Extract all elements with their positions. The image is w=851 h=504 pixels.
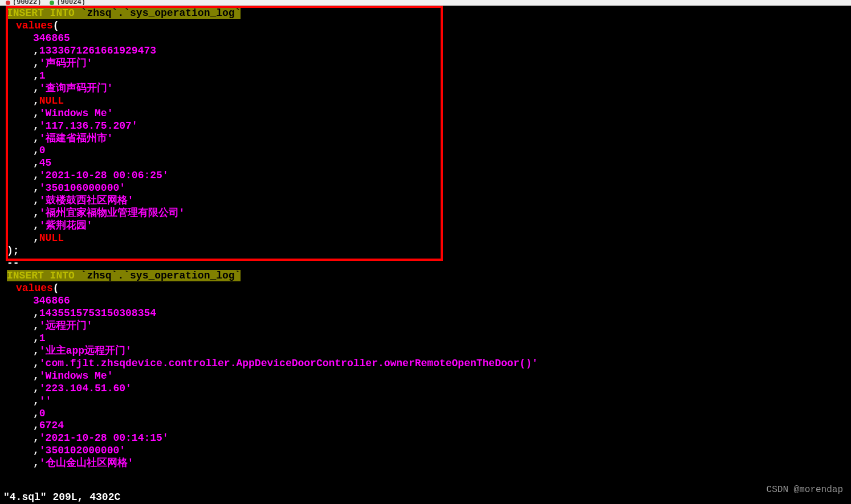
sql-value: ,'223.104.51.60': [7, 383, 851, 395]
sql-value: ,'福建省福州市': [7, 133, 851, 145]
sql-close: );: [7, 245, 851, 257]
sql-value: ,'350102000000': [7, 445, 851, 457]
sql-value: ,1: [7, 333, 851, 345]
table-name: `zhsq`.`sys_operation_log`: [81, 270, 241, 281]
tab-dot-icon: [6, 1, 10, 5]
sql-value: ,1435515753150308354: [7, 308, 851, 320]
vim-status-line: "4.sql" 209L, 4302C: [3, 491, 120, 504]
sql-value: ,'查询声码开门': [7, 83, 851, 95]
sql-value: ,'117.136.75.207': [7, 120, 851, 133]
insert-into-keyword: INSERT INTO: [7, 7, 81, 19]
sql-value: ,NULL: [7, 232, 851, 245]
sql-insert-statement: INSERT INTO `zhsq`.`sys_operation_log`: [7, 270, 851, 282]
sql-value: ,1: [7, 70, 851, 83]
sql-values-keyword: values(: [7, 20, 851, 32]
watermark-text: CSDN @morendap: [767, 485, 843, 496]
sql-value: ,NULL: [7, 95, 851, 108]
sql-value: ,'紫荆花园': [7, 220, 851, 232]
sql-value: ,'远程开门': [7, 320, 851, 333]
tab-bar: (90022) (90024): [0, 0, 851, 6]
sql-values-keyword: values(: [7, 282, 851, 295]
tab-dot-icon: [50, 1, 54, 5]
sql-value: ,0: [7, 408, 851, 420]
sql-value: ,'福州宜家福物业管理有限公司': [7, 207, 851, 220]
insert-into-keyword: INSERT INTO: [7, 270, 81, 281]
terminal-content[interactable]: INSERT INTO `zhsq`.`sys_operation_log` v…: [0, 6, 851, 470]
tab-1-text: (90022): [13, 0, 41, 6]
sql-value: ,45: [7, 157, 851, 170]
sql-value: ,'Windows Me': [7, 108, 851, 120]
tab-2-text: (90024): [56, 0, 85, 6]
sql-value: ,'鼓楼鼓西社区网格': [7, 195, 851, 207]
table-name: `zhsq`.`sys_operation_log`: [81, 7, 241, 19]
sql-value: ,'350106000000': [7, 182, 851, 195]
sql-value: 346865: [7, 32, 851, 45]
tab-1[interactable]: (90022): [6, 0, 41, 6]
sql-value: ,'Windows Me': [7, 370, 851, 383]
sql-value: ,'业主app远程开门': [7, 345, 851, 358]
sql-value: ,'仓山金山社区网格': [7, 457, 851, 470]
sql-value: ,'': [7, 395, 851, 408]
sql-value: ,1333671261661929473: [7, 45, 851, 58]
sql-value: ,'声码开门': [7, 58, 851, 70]
sql-value: ,'com.fjlt.zhsqdevice.controller.AppDevi…: [7, 358, 851, 370]
sql-insert-statement: INSERT INTO `zhsq`.`sys_operation_log`: [7, 7, 851, 20]
sql-value: ,6724: [7, 420, 851, 432]
cursor-marker: --: [7, 257, 851, 270]
sql-value: ,'2021-10-28 00:06:25': [7, 170, 851, 182]
tab-2[interactable]: (90024): [50, 0, 85, 6]
sql-value: ,'2021-10-28 00:14:15': [7, 432, 851, 445]
sql-value: 346866: [7, 295, 851, 308]
sql-value: ,0: [7, 145, 851, 157]
